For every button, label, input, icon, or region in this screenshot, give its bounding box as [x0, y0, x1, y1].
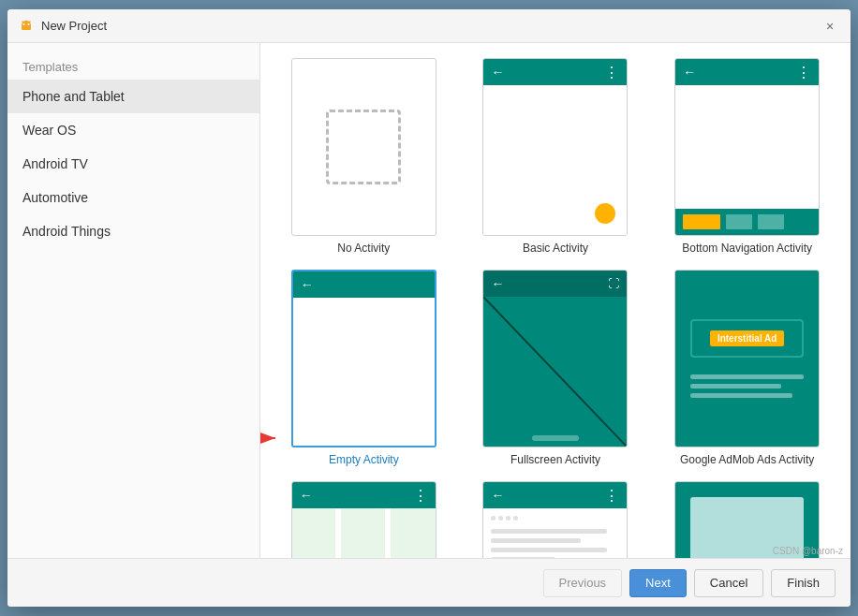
bottom-nav-mock: ← ⋮ [675, 59, 819, 235]
empty-back-arrow: ← [301, 277, 314, 292]
scroll-line-4 [491, 557, 555, 558]
sidebar-item-wear-os[interactable]: Wear OS [7, 113, 259, 147]
nav-tab-3 [758, 214, 784, 229]
template-preview-fullscreen: ← ⛶ [482, 270, 628, 447]
footer: Previous Next Cancel Finish [7, 558, 851, 607]
template-label-admob: Google AdMob Ads Activity [680, 453, 814, 466]
scrolling-mock: ← ⋮ [483, 482, 627, 558]
admob-card: Interstitial Ad [690, 319, 804, 358]
basic-more-dots: ⋮ [604, 64, 619, 81]
dashed-rect [326, 110, 401, 184]
template-preview-no-activity [291, 58, 436, 236]
map-road-v2 [385, 508, 391, 558]
scroll-line-2 [491, 538, 581, 543]
cancel-button[interactable]: Cancel [694, 569, 763, 597]
admob-line-2 [690, 384, 781, 389]
sidebar-section-label: Templates [7, 51, 259, 80]
scroll-body [483, 508, 627, 558]
maps-mock: ← ⋮ 📍 [292, 482, 436, 558]
previous-button[interactable]: Previous [543, 569, 623, 597]
dialog-title: New Project [41, 19, 107, 33]
scroll-dots [491, 516, 619, 521]
basic-phone-mock: ← ⋮ [483, 59, 627, 235]
maps-back-arrow: ← [300, 488, 313, 503]
scroll-line-1 [491, 529, 606, 534]
admob-lines [690, 374, 804, 398]
template-card-admob[interactable]: Interstitial Ad Google AdMob Ads Activit… [658, 270, 836, 466]
maps-more-dots: ⋮ [413, 487, 428, 505]
bottom-nav-topbar: ← ⋮ [675, 59, 819, 85]
svg-point-2 [23, 23, 25, 25]
finish-button[interactable]: Finish [771, 569, 836, 597]
fullscreen-mock: ← ⛶ [483, 271, 627, 447]
template-preview-basic-activity: ← ⋮ [482, 58, 628, 236]
no-activity-preview [292, 59, 436, 235]
bottom-nav-bar [675, 209, 819, 235]
scroll-dot-2 [498, 516, 503, 521]
diagonal-lines-svg [483, 297, 627, 447]
template-card-fullscreen[interactable]: ← ⛶ Fullscreen Activity [467, 270, 644, 466]
template-card-scrolling[interactable]: ← ⋮ [467, 481, 644, 558]
scroll-topbar: ← ⋮ [483, 482, 627, 508]
empty-body [293, 298, 435, 446]
template-preview-admob: Interstitial Ad [674, 270, 820, 447]
fullscreen-topbar: ← ⛶ [483, 271, 627, 297]
template-label-no-activity: No Activity [337, 242, 390, 255]
map-background: 📍 [292, 508, 436, 558]
nav-tab-2 [726, 214, 752, 229]
basic-body [483, 85, 627, 235]
nav-tab-1 [683, 214, 720, 229]
scroll-more-dots: ⋮ [604, 487, 619, 505]
template-card-empty-activity[interactable]: ← Empty Activity [275, 270, 452, 466]
basic-topbar: ← ⋮ [483, 59, 627, 85]
template-preview-maps: ← ⋮ 📍 [291, 481, 436, 558]
red-arrow-annotation [260, 419, 285, 457]
svg-rect-1 [22, 25, 31, 30]
bottom-nav-body [675, 85, 819, 209]
scroll-line-3 [491, 548, 606, 552]
template-label-empty: Empty Activity [329, 453, 399, 466]
empty-phone-mock: ← [293, 271, 435, 446]
admob-line-1 [690, 374, 804, 379]
basic-back-arrow: ← [491, 65, 504, 80]
bottom-nav-back-arrow: ← [683, 65, 696, 80]
next-button[interactable]: Next [629, 569, 687, 597]
sidebar: Templates Phone and Tablet Wear OS Andro… [7, 43, 260, 558]
new-project-dialog: New Project × Templates Phone and Tablet… [7, 9, 851, 607]
watermark: CSDN @baron-z [773, 546, 843, 556]
admob-mock: Interstitial Ad [675, 271, 819, 447]
sidebar-item-android-tv[interactable]: Android TV [7, 147, 259, 181]
interstitial-label: Interstitial Ad [710, 330, 785, 346]
map-road-v1 [335, 508, 341, 558]
template-label-fullscreen: Fullscreen Activity [510, 453, 600, 466]
template-preview-empty-activity: ← [291, 270, 436, 447]
svg-point-3 [28, 23, 30, 25]
close-button[interactable]: × [821, 17, 839, 36]
sidebar-item-android-things[interactable]: Android Things [7, 214, 259, 248]
template-preview-bottom-nav: ← ⋮ [674, 58, 820, 236]
sidebar-item-phone-tablet[interactable]: Phone and Tablet [7, 80, 259, 113]
scroll-back-arrow: ← [491, 488, 504, 503]
title-bar-left: New Project [19, 19, 107, 34]
template-card-maps[interactable]: ← ⋮ 📍 Google Maps Ac [275, 481, 452, 558]
phone-bottom-row [532, 435, 579, 441]
svg-line-4 [22, 21, 24, 22]
template-area: No Activity ← ⋮ [260, 43, 851, 558]
template-card-no-activity[interactable]: No Activity [275, 58, 452, 255]
template-grid: No Activity ← ⋮ [275, 58, 836, 558]
android-icon [19, 19, 34, 34]
scroll-dot-4 [513, 516, 518, 521]
scroll-dot-3 [506, 516, 510, 521]
fullscreen-back-arrow: ← [491, 276, 504, 291]
scroll-dot-1 [491, 516, 496, 521]
template-card-basic-activity[interactable]: ← ⋮ Basic Activity [467, 58, 644, 255]
fullscreen-expand-icon: ⛶ [608, 277, 619, 290]
title-bar: New Project × [7, 9, 851, 43]
sidebar-item-automotive[interactable]: Automotive [7, 181, 259, 214]
template-card-bottom-nav[interactable]: ← ⋮ Bottom Navigation Activity [658, 58, 836, 255]
basic-fab [595, 203, 615, 224]
template-preview-scrolling: ← ⋮ [482, 481, 628, 558]
admob-line-3 [690, 393, 792, 398]
template-label-basic: Basic Activity [523, 242, 588, 255]
main-content: Templates Phone and Tablet Wear OS Andro… [7, 43, 851, 558]
